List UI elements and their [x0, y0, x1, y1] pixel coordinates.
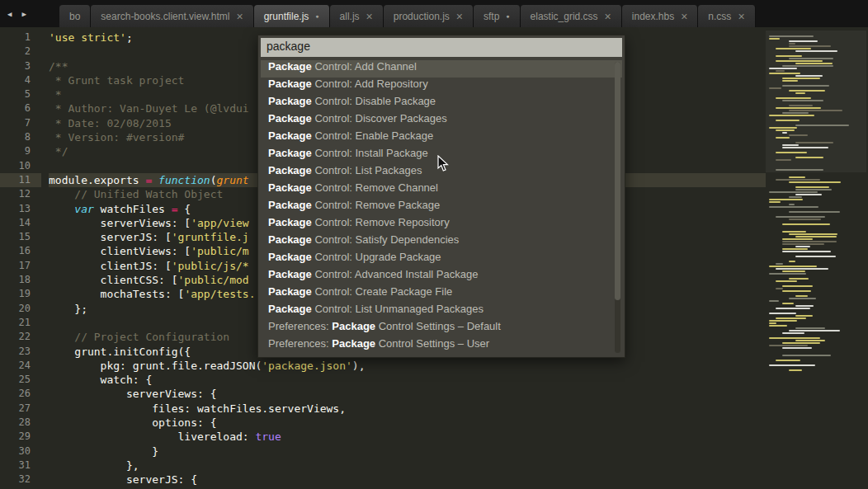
tab-close-icon[interactable]: × [366, 11, 373, 22]
nav-back-icon[interactable]: ◀ [7, 10, 12, 18]
tab-production.js[interactable]: production.js× [384, 5, 474, 27]
code-line[interactable]: files: watchFiles.serverViews, [49, 402, 766, 416]
palette-item-match: Package [268, 129, 312, 142]
palette-item[interactable]: Package Control: Enable Package [261, 129, 622, 147]
palette-item[interactable]: Package Control: Satisfy Dependencies [261, 233, 622, 251]
minimap-line [769, 172, 866, 173]
palette-item[interactable]: Package Control: Create Package File [261, 285, 622, 303]
minimap-line [769, 117, 866, 119]
minimap-line [795, 340, 825, 341]
tab-gruntfile.js[interactable]: gruntfile.js● [254, 5, 330, 27]
palette-item[interactable]: Package Control: Remove Channel [261, 181, 622, 199]
mouse-cursor-icon [437, 155, 450, 172]
palette-scrollbar-thumb[interactable] [615, 62, 620, 300]
minimap-line [782, 80, 798, 82]
palette-item[interactable]: Preferences: Package Control Settings – … [261, 320, 622, 337]
minimap-line [789, 40, 818, 42]
code-line[interactable]: } [49, 444, 766, 458]
minimap-line [769, 184, 866, 186]
palette-item[interactable]: Package Control: Disable Package [261, 95, 622, 112]
tab-n.css[interactable]: n.css× [698, 5, 755, 27]
code-token: * Date: 02/08/2015 [49, 117, 172, 129]
minimap-line [769, 364, 815, 366]
line-number: 11 [0, 173, 41, 187]
line-number: 2 [0, 45, 41, 59]
minimap-line [769, 352, 866, 354]
palette-item[interactable]: Package Control: Upgrade Package [261, 251, 622, 268]
minimap-line [782, 355, 831, 356]
minimap-line [789, 278, 809, 280]
palette-item-match: Package [268, 78, 312, 90]
line-number: 26 [0, 387, 41, 401]
tab-close-icon[interactable]: × [681, 11, 687, 22]
tab-close-icon[interactable]: × [456, 11, 463, 22]
minimap-line [769, 127, 797, 129]
minimap-line [769, 174, 866, 176]
minimap-line [769, 38, 780, 40]
command-palette-list: Package Control: Add ChannelPackage Cont… [261, 60, 622, 355]
minimap-line [776, 360, 800, 361]
minimap-line [789, 211, 840, 213]
minimap-line [782, 241, 837, 242]
minimap[interactable] [769, 31, 866, 372]
code-token: 'app/view [191, 217, 248, 229]
code-line[interactable]: options: { [49, 416, 766, 430]
palette-item[interactable]: Package Control: List Unmanaged Packages [261, 303, 622, 320]
palette-item[interactable]: Package Control: Remove Repository [261, 216, 622, 233]
tab-close-icon[interactable]: × [605, 11, 611, 22]
tab-label: production.js [394, 11, 450, 22]
minimap-line [769, 283, 866, 284]
code-line[interactable]: }, [49, 458, 766, 473]
minimap-line [769, 345, 808, 346]
minimap-line [776, 280, 797, 282]
tab-label: gruntfile.js [264, 11, 309, 22]
command-palette-input[interactable]: package [261, 38, 622, 57]
palette-item-rest: Control: Remove Repository [312, 216, 450, 228]
line-number: 10 [0, 159, 41, 173]
tab-strip: bosearch-books.client.view.html×gruntfil… [59, 5, 868, 27]
palette-item[interactable]: Package Control: Remove Package [261, 199, 622, 216]
tab-search-books.client.view.html[interactable]: search-books.client.view.html× [91, 5, 253, 27]
palette-item[interactable]: Package Control: Discover Packages [261, 112, 622, 129]
palette-item[interactable]: Package Control: Add Channel [261, 60, 622, 78]
tab-bo[interactable]: bo [59, 5, 91, 27]
nav-forward-icon[interactable]: ▶ [21, 10, 26, 18]
code-line[interactable]: serverJS: { [49, 473, 766, 487]
code-token: 'use strict' [49, 31, 126, 44]
minimap-line [789, 196, 802, 198]
code-line[interactable]: serverViews: { [49, 387, 766, 401]
minimap-line [789, 233, 837, 235]
minimap-line [776, 169, 823, 171]
tab-all.js[interactable]: all.js× [330, 5, 384, 27]
minimap-line [776, 268, 828, 270]
code-token: 'public/js/* [172, 260, 249, 272]
minimap-line [769, 73, 800, 74]
palette-scrollbar[interactable] [615, 62, 620, 353]
code-token: * [49, 88, 62, 101]
tab-close-icon[interactable]: × [738, 11, 744, 22]
palette-item[interactable]: Preferences: Package Control Settings – … [261, 337, 622, 355]
code-token: serverViews: [ [49, 217, 191, 229]
dirty-indicator-icon: ● [315, 13, 318, 19]
palette-item[interactable]: Package Control: Add Repository [261, 78, 622, 95]
palette-item-match: Package [268, 181, 312, 194]
tab-elastic_grid.css[interactable]: elastic_grid.css× [521, 5, 622, 27]
code-line[interactable]: livereload: true [49, 430, 766, 444]
minimap-line [795, 256, 836, 257]
code-token: 'public/m [191, 245, 248, 257]
minimap-line [776, 152, 807, 153]
minimap-line [769, 191, 818, 193]
code-token: function [158, 174, 210, 186]
tab-index.hbs[interactable]: index.hbs× [622, 5, 699, 27]
line-number: 23 [0, 345, 41, 359]
tab-close-icon[interactable]: × [236, 11, 243, 22]
minimap-line [769, 35, 814, 37]
minimap-line [769, 102, 866, 104]
code-line[interactable]: watch: { [49, 373, 766, 387]
palette-item[interactable]: Package Control: Advanced Install Packag… [261, 268, 622, 285]
code-token: }, [49, 459, 139, 472]
tab-sftp[interactable]: sftp● [474, 5, 521, 27]
code-line[interactable]: pkg: grunt.file.readJSON('package.json')… [49, 359, 766, 373]
minimap-line [769, 87, 781, 89]
minimap-line [769, 149, 866, 151]
